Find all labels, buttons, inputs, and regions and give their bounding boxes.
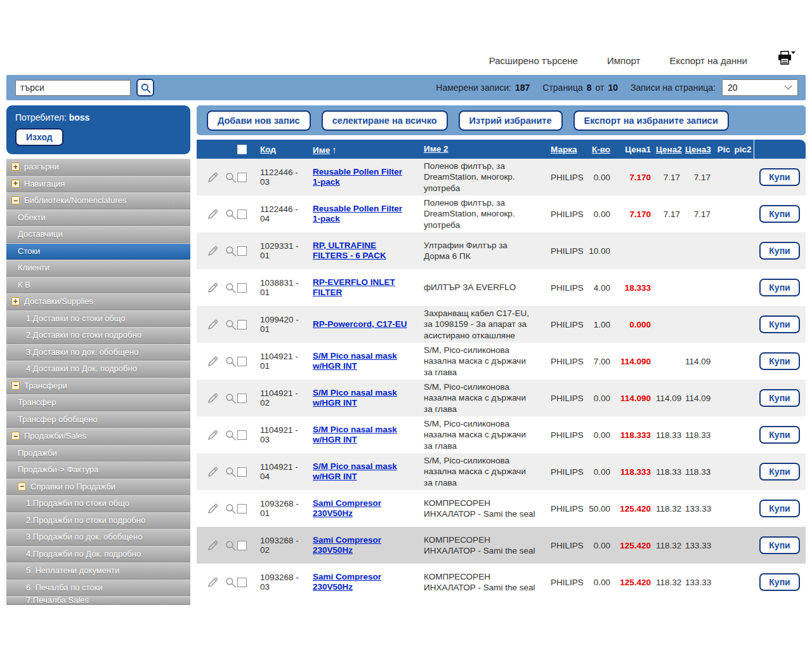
edit-pencil-icon[interactable] bbox=[207, 540, 219, 552]
sidebar-item[interactable]: Доставчици bbox=[6, 226, 190, 243]
search-button[interactable] bbox=[136, 79, 154, 96]
tree-expand-icon[interactable]: − bbox=[18, 482, 26, 491]
tree-expand-icon[interactable]: + bbox=[11, 162, 20, 171]
row-checkbox[interactable] bbox=[237, 578, 247, 587]
edit-pencil-icon[interactable] bbox=[207, 208, 219, 220]
row-name-link[interactable]: S/M Pico nasal mask w/HGR INT bbox=[313, 388, 397, 408]
sidebar-item[interactable]: 4.Продажби по Док. подробно bbox=[6, 546, 190, 563]
row-name-link[interactable]: RP, ULTRAFINE FILTERS - 6 PACK bbox=[313, 241, 386, 260]
sidebar-item[interactable]: + Навигация bbox=[6, 176, 190, 193]
buy-button[interactable]: Купи bbox=[759, 315, 799, 333]
column-header-qty[interactable]: К-во bbox=[592, 145, 610, 154]
select-all-checkbox[interactable] bbox=[237, 145, 247, 154]
edit-pencil-icon[interactable] bbox=[207, 171, 219, 183]
sidebar-item[interactable]: − Библиотеки/Nomenclatures bbox=[6, 192, 190, 209]
sidebar-item[interactable]: 2.Доставки по стоки подробно bbox=[6, 327, 190, 344]
sidebar-item[interactable]: 7.Печалба Sales bbox=[6, 596, 190, 605]
edit-pencil-icon[interactable] bbox=[207, 576, 219, 588]
column-header-price1[interactable]: Цена1 bbox=[625, 145, 651, 154]
column-header-price2[interactable]: Цена2 bbox=[656, 145, 682, 154]
buy-button[interactable]: Купи bbox=[759, 352, 799, 370]
row-name-link[interactable]: S/M Pico nasal mask w/HGR INT bbox=[313, 461, 397, 481]
column-header-name2[interactable]: Име 2 bbox=[424, 144, 448, 154]
row-checkbox[interactable] bbox=[237, 467, 247, 477]
row-name-link[interactable]: Reusable Pollen Filter 1-pack bbox=[313, 204, 402, 223]
row-name-link[interactable]: Sami Compresor 230V50Hz bbox=[313, 535, 381, 555]
tree-expand-icon[interactable]: + bbox=[11, 297, 20, 305]
column-header-price3[interactable]: Цена3 bbox=[685, 145, 711, 154]
topbar-link[interactable]: Расширено търсене bbox=[489, 55, 578, 66]
row-checkbox[interactable] bbox=[237, 246, 247, 256]
sidebar-item[interactable]: Трансфер обобщено bbox=[6, 411, 190, 428]
row-checkbox[interactable] bbox=[237, 173, 247, 182]
toolbar-button[interactable]: Експорт на избраните записи bbox=[573, 110, 729, 131]
edit-pencil-icon[interactable] bbox=[207, 319, 219, 331]
edit-pencil-icon[interactable] bbox=[207, 282, 219, 294]
buy-button[interactable]: Купи bbox=[759, 389, 799, 407]
buy-button[interactable]: Купи bbox=[759, 205, 799, 223]
sidebar-item[interactable]: Трансфер bbox=[6, 394, 190, 411]
buy-button[interactable]: Купи bbox=[759, 279, 799, 296]
row-checkbox[interactable] bbox=[237, 320, 247, 329]
topbar-link[interactable]: Импорт bbox=[607, 55, 640, 66]
sidebar-item[interactable]: 6. Печалба по стоки bbox=[6, 580, 190, 597]
tree-expand-icon[interactable]: − bbox=[11, 196, 20, 204]
toolbar-button[interactable]: селектиране на всичко bbox=[322, 110, 448, 131]
row-checkbox[interactable] bbox=[237, 541, 247, 550]
sidebar-item[interactable]: Клиенти bbox=[6, 260, 190, 277]
buy-button[interactable]: Купи bbox=[759, 242, 799, 260]
edit-pencil-icon[interactable] bbox=[207, 355, 219, 368]
row-name-link[interactable]: RP-Powercord, C17-EU bbox=[313, 319, 407, 329]
edit-pencil-icon[interactable] bbox=[207, 245, 219, 257]
sidebar-item[interactable]: 1.Доставки по стоки общо bbox=[6, 310, 190, 328]
buy-button[interactable]: Купи bbox=[759, 426, 799, 444]
column-header-pic2[interactable]: pic2 bbox=[734, 145, 751, 154]
row-checkbox[interactable] bbox=[237, 430, 247, 440]
print-icon[interactable] bbox=[776, 51, 796, 66]
column-header-brand[interactable]: Марка bbox=[551, 145, 577, 154]
column-header-code[interactable]: Код bbox=[260, 145, 276, 154]
sidebar-item[interactable]: 3.Продажби по док. обобщено bbox=[6, 529, 190, 546]
sidebar-item[interactable]: 4.Доставки по Док. подробно bbox=[6, 361, 190, 378]
sidebar-item[interactable]: Стоки bbox=[6, 243, 190, 260]
sidebar-item[interactable]: 3.Доставки по док. обобщено bbox=[6, 344, 190, 361]
row-name-link[interactable]: RP-EVERFLO INLET FILTER bbox=[313, 277, 395, 297]
sidebar-item[interactable]: Обекти bbox=[6, 209, 190, 227]
tree-expand-icon[interactable]: + bbox=[11, 180, 20, 188]
edit-pencil-icon[interactable] bbox=[207, 466, 219, 478]
sidebar-item[interactable]: − Продажби/Sales bbox=[6, 428, 190, 445]
toolbar-button[interactable]: Изтрий избраните bbox=[459, 110, 563, 131]
sidebar-item[interactable]: Продажби-> Фактура bbox=[6, 461, 190, 479]
row-name-link[interactable]: S/M Pico nasal mask w/HGR INT bbox=[313, 351, 397, 371]
sidebar-item[interactable]: + Доставки/Supplies bbox=[6, 293, 190, 310]
sidebar-item[interactable]: + разгърни bbox=[6, 159, 190, 176]
toolbar-button[interactable]: Добави нов запис bbox=[207, 110, 311, 131]
row-checkbox[interactable] bbox=[237, 394, 247, 403]
tree-expand-icon[interactable]: − bbox=[11, 432, 20, 440]
row-checkbox[interactable] bbox=[237, 283, 247, 293]
row-name-link[interactable]: Sami Compresor 230V50Hz bbox=[313, 498, 381, 518]
sidebar-item[interactable]: − Справки по Продажби bbox=[6, 479, 190, 496]
column-header-name[interactable]: Име bbox=[313, 145, 330, 155]
topbar-link[interactable]: Експорт на данни bbox=[669, 55, 747, 66]
row-name-link[interactable]: Sami Compresor 230V50Hz bbox=[313, 572, 381, 592]
buy-button[interactable]: Купи bbox=[759, 168, 799, 186]
edit-pencil-icon[interactable] bbox=[207, 392, 219, 404]
logout-button[interactable]: Изход bbox=[15, 128, 63, 146]
buy-button[interactable]: Купи bbox=[759, 500, 799, 517]
row-name-link[interactable]: S/M Pico nasal mask w/HGR INT bbox=[313, 425, 397, 444]
search-input[interactable] bbox=[15, 80, 131, 96]
sidebar-item[interactable]: 2.Продажби по стоки подробно bbox=[6, 512, 190, 529]
row-name-link[interactable]: Reusable Pollen Filter 1-pack bbox=[313, 167, 402, 187]
row-checkbox[interactable] bbox=[237, 504, 247, 514]
sidebar-item[interactable]: 5. Неплатени документи bbox=[6, 562, 190, 580]
tree-expand-icon[interactable]: − bbox=[11, 381, 20, 390]
per-page-select[interactable]: 20 bbox=[722, 79, 798, 96]
buy-button[interactable]: Купи bbox=[759, 463, 799, 481]
row-checkbox[interactable] bbox=[237, 209, 247, 219]
sidebar-item[interactable]: К В bbox=[6, 277, 190, 294]
buy-button[interactable]: Купи bbox=[759, 573, 799, 591]
edit-pencil-icon[interactable] bbox=[207, 429, 219, 441]
buy-button[interactable]: Купи bbox=[759, 536, 799, 554]
edit-pencil-icon[interactable] bbox=[207, 503, 219, 515]
